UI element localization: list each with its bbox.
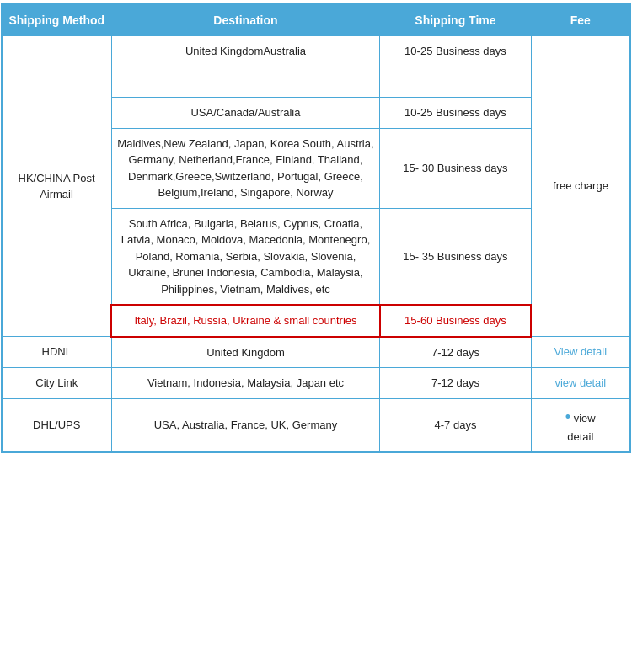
shipping-table: Shipping Method Destination Shipping Tim… — [2, 4, 630, 452]
dest-cell: USA/Canada/Australia — [111, 98, 380, 129]
bullet-icon: • — [565, 408, 570, 425]
header-dest: Destination — [111, 5, 380, 36]
time-cell-citylink: 7-12 days — [380, 368, 531, 399]
fee-cell-hdnl[interactable]: View detail — [531, 337, 630, 368]
method-cell-citylink: City Link — [3, 368, 112, 399]
dest-cell: South Africa, Bulgaria, Belarus, Cyprus,… — [111, 208, 380, 305]
dest-cell — [111, 67, 380, 98]
dest-cell-highlighted: Italy, Brazil, Russia, Ukraine & small c… — [111, 305, 380, 337]
time-cell-highlighted: 15-60 Business days — [380, 305, 531, 337]
dest-cell: United KingdomAustralia — [111, 36, 380, 67]
header-method: Shipping Method — [3, 5, 112, 36]
time-cell: 10-25 Business days — [380, 36, 531, 67]
time-cell-hdnl: 7-12 days — [380, 337, 531, 368]
time-cell — [380, 67, 531, 98]
method-cell-dhlups: DHL/UPS — [3, 398, 112, 452]
header-time: Shipping Time — [380, 5, 531, 36]
dest-cell-dhlups: USA, Australia, France, UK, Germany — [111, 398, 380, 452]
method-cell-hdnl: HDNL — [3, 337, 112, 368]
fee-cell-dhlups[interactable]: • viewdetail — [531, 398, 630, 452]
time-cell-dhlups: 4-7 days — [380, 398, 531, 452]
dest-cell-citylink: Vietnam, Indonesia, Malaysia, Japan etc — [111, 368, 380, 399]
dest-cell-hdnl: United Kingdom — [111, 337, 380, 368]
time-cell: 15- 35 Business days — [380, 208, 531, 305]
fee-cell-hkchina: free charge — [531, 36, 630, 337]
time-cell: 15- 30 Business days — [380, 128, 531, 208]
fee-cell-citylink[interactable]: view detail — [531, 368, 630, 399]
header-fee: Fee — [531, 5, 630, 36]
time-cell: 10-25 Business days — [380, 98, 531, 129]
dest-cell: Maldives,New Zealand, Japan, Korea South… — [111, 128, 380, 208]
method-cell-hkchina: HK/CHINA Post Airmail — [3, 36, 112, 337]
shipping-table-wrapper: Shipping Method Destination Shipping Tim… — [1, 3, 631, 453]
